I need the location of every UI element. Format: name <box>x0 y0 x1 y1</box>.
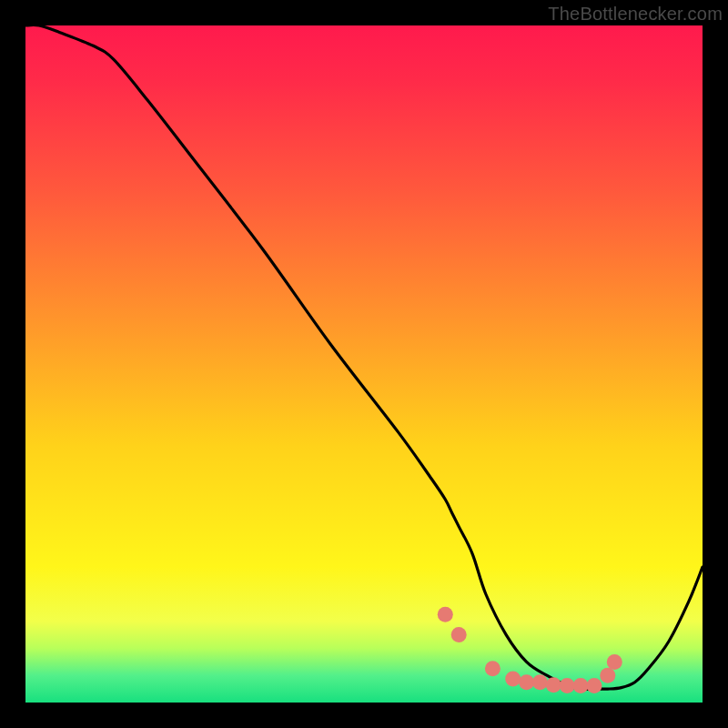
plot-area <box>25 25 703 703</box>
marker-point <box>505 672 521 687</box>
marker-point <box>573 678 589 693</box>
marker-point <box>485 661 500 676</box>
chart-overlay <box>25 25 703 703</box>
marker-point <box>607 654 622 670</box>
attribution-label: TheBottlenecker.com <box>548 4 723 25</box>
marker-point <box>560 678 575 693</box>
marker-point <box>451 627 467 642</box>
marker-point <box>532 674 548 690</box>
chart-frame: TheBottlenecker.com <box>0 0 728 728</box>
marker-point <box>438 607 453 622</box>
marker-point <box>546 677 561 693</box>
marker-point <box>600 668 615 683</box>
marker-point <box>587 678 602 693</box>
bottleneck-curve <box>25 25 703 689</box>
curve-markers <box>438 607 622 693</box>
marker-point <box>519 674 534 690</box>
